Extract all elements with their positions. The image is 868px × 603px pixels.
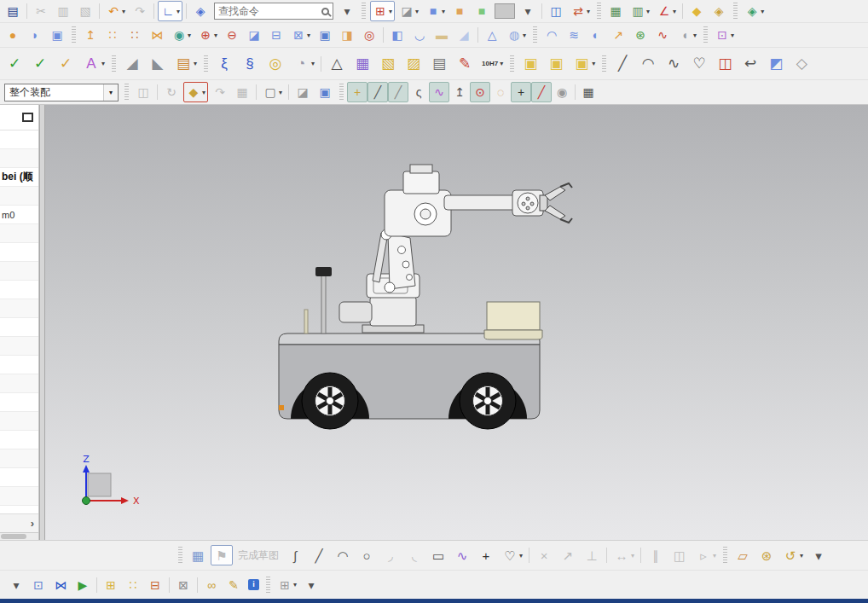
examine-geometry-button[interactable]: ✓ (3, 51, 26, 77)
wave-geometry-linker-button[interactable]: ✎ (223, 575, 244, 595)
control-point-toggle[interactable]: ς (408, 82, 429, 102)
circle-button[interactable]: ○ (356, 545, 378, 565)
combined-projection-button[interactable]: ↩ (738, 51, 762, 77)
snap-point-toggle[interactable]: + (347, 82, 367, 102)
line-button[interactable]: ╱ (308, 545, 330, 565)
tolerance-search-button-dropdown[interactable]: ▾ (500, 60, 503, 67)
cavity-button[interactable]: ⊠▾ (288, 25, 313, 45)
locked-feature-button[interactable]: ▣ (518, 51, 542, 77)
extrude-button[interactable]: ↥ (80, 25, 101, 45)
marquee-select-button-dropdown[interactable]: ▾ (279, 89, 282, 96)
emboss-body-button[interactable]: ▣ (315, 25, 335, 45)
touch-mode-button[interactable]: ◈▾ (742, 1, 767, 21)
assembly-constraints-button[interactable]: ⊞ (101, 575, 121, 595)
pocket-button[interactable]: ▣ (47, 25, 67, 45)
copy-button[interactable]: ▥ (53, 1, 73, 21)
verify-feature-button[interactable]: ✓ (28, 51, 52, 77)
part-information-button[interactable]: i (246, 575, 262, 595)
isocurve-button[interactable]: ◇ (790, 51, 813, 77)
work-section-button[interactable]: ▣ (315, 82, 335, 102)
replace-component-button[interactable]: ↻ (161, 82, 182, 102)
flange-button[interactable]: ◡ (409, 25, 430, 45)
shaded-view-button[interactable]: ■▾ (423, 1, 448, 21)
shaded-view-button-dropdown[interactable]: ▾ (442, 8, 445, 15)
find-in-assembly-button[interactable]: ◫ (133, 82, 153, 102)
wcs-display-button[interactable]: ∠▾ (654, 1, 679, 21)
sheet-body-button-dropdown[interactable]: ▾ (693, 32, 697, 39)
move-face-button-dropdown[interactable]: ▾ (731, 32, 734, 39)
chamfer-button[interactable]: ◟ (403, 545, 425, 565)
cargo-box[interactable] (484, 302, 542, 339)
unite-button-dropdown[interactable]: ▾ (214, 32, 217, 39)
trim-body-button[interactable]: ◪ (244, 25, 264, 45)
quick-trim-button[interactable]: × (533, 545, 555, 565)
quadrant-point-toggle[interactable]: ◌ (490, 82, 511, 102)
front-wheel[interactable] (302, 373, 358, 429)
direct-sketch-button[interactable]: ▦ (187, 545, 209, 565)
faceted-body-button[interactable]: ◍▾ (504, 25, 529, 45)
new-window-button[interactable]: ◫ (546, 1, 566, 21)
point-button[interactable]: + (475, 545, 497, 565)
profile-button[interactable]: ∫ (284, 545, 306, 565)
offset-curve-sketch-button[interactable]: ♡▾ (499, 545, 525, 565)
through-curves-button[interactable]: ≋ (564, 25, 584, 45)
split-body-button[interactable]: ⊟ (266, 25, 286, 45)
hscrollbar-thumb[interactable] (1, 534, 26, 539)
reattach-button-dropdown[interactable]: ▾ (800, 552, 803, 560)
marquee-select-button[interactable]: ▢▾ (260, 82, 285, 102)
tolerance-search-button[interactable]: 10H7▾ (478, 51, 506, 77)
text-feature-button[interactable]: A▾ (79, 51, 107, 77)
move-to-layer-button[interactable]: ▥▾ (628, 1, 652, 21)
gripper[interactable] (540, 183, 572, 223)
navigator-hscrollbar[interactable] (0, 532, 38, 540)
geometric-constraints-button[interactable]: ∥ (645, 545, 667, 565)
assembly-cut-button[interactable]: ⊞▾ (275, 575, 299, 595)
undo-button[interactable]: ↶▾ (103, 1, 128, 21)
revolve-button[interactable]: ◗ (25, 25, 45, 45)
convert-to-reference-button[interactable]: ▱ (732, 545, 754, 565)
quick-extend-button[interactable]: ↗ (557, 545, 579, 565)
boolean-button-dropdown[interactable]: ▾ (188, 32, 191, 39)
swept-surface-button[interactable]: ↗ (608, 25, 628, 45)
save-button[interactable]: ▤ (3, 1, 23, 21)
assembly-overflow-2[interactable]: ▾ (301, 575, 321, 595)
fit-curve-button[interactable]: ∿ (662, 51, 686, 77)
curve-network-button[interactable]: ⊛ (630, 25, 651, 45)
show-hide-button[interactable]: ◆ (686, 1, 707, 21)
display-constraints-button[interactable]: ▹▾ (692, 545, 719, 565)
wrap-geometry-button[interactable]: ◎ (359, 25, 379, 45)
make-symmetric-button[interactable]: ◫ (668, 545, 691, 565)
thicken-button[interactable]: ◨ (337, 25, 357, 45)
point-on-curve-toggle[interactable]: ╱ (531, 82, 552, 102)
cut-button[interactable]: ✂ (31, 1, 51, 21)
offset-curve-button[interactable]: ♡ (687, 51, 711, 77)
offset-curve-sketch-button-dropdown[interactable]: ▾ (519, 552, 523, 560)
group-folder-button[interactable]: ▨ (402, 51, 425, 77)
assembly-cut-button-dropdown[interactable]: ▾ (293, 581, 297, 589)
constraint-playback-button[interactable]: ▶ (72, 575, 93, 595)
existing-point-toggle[interactable]: + (511, 82, 531, 102)
draft-body-button[interactable]: ◣ (146, 51, 170, 77)
point-set-folder-button[interactable]: ▧ (376, 51, 400, 77)
draft-analysis-button[interactable]: △ (325, 51, 349, 77)
cavity-button-dropdown[interactable]: ▾ (307, 32, 310, 39)
locked-body-button[interactable]: ▣▾ (570, 51, 598, 77)
pattern-geometry-button[interactable]: ∷ (124, 25, 145, 45)
studio-spline-button[interactable]: ∿ (451, 545, 473, 565)
paste-button[interactable]: ▧ (75, 1, 95, 21)
convex-pyramid-button[interactable]: △ (482, 25, 502, 45)
background-color-swatch[interactable] (495, 3, 515, 19)
line-curve-button[interactable]: ╱ (610, 51, 634, 77)
graphics-viewport[interactable]: Z X (45, 105, 868, 540)
navigator-expand-bar[interactable]: › (0, 513, 38, 532)
orient-view-button-dropdown[interactable]: ▾ (176, 8, 180, 15)
pattern-feature-button[interactable]: ∷ (102, 25, 123, 45)
bounded-plane-button[interactable]: ◐ (586, 25, 606, 45)
helix-button[interactable]: ξ (212, 51, 236, 77)
selection-filter-button[interactable]: ◆▾ (183, 82, 208, 102)
tab-button[interactable]: ◢ (454, 25, 474, 45)
rapid-dimension-button[interactable]: ↔▾ (610, 545, 637, 565)
sheet-body-button[interactable]: ◖▾ (674, 25, 699, 45)
rapid-dimension-button-dropdown[interactable]: ▾ (631, 552, 634, 560)
undo-button-dropdown[interactable]: ▾ (122, 8, 125, 15)
